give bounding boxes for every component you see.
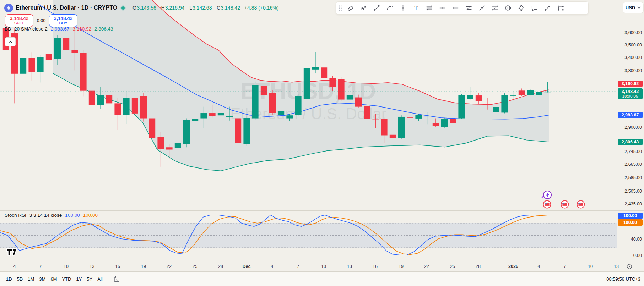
candle-body	[192, 119, 198, 121]
trend-line-icon	[373, 4, 380, 12]
price-axis-label: 2,745.00	[617, 149, 642, 154]
candle-body	[407, 117, 413, 118]
toolbar-tool-trend-line[interactable]	[370, 3, 383, 13]
bb-params: 20 SMA close 2	[14, 26, 48, 32]
tradingview-logo[interactable]	[6, 247, 18, 257]
range-button-1y[interactable]: 1Y	[74, 275, 84, 284]
candle-body	[484, 104, 491, 105]
buy-button[interactable]: 3,148.42 BUY	[49, 14, 77, 27]
economic-event-us-flag-icon[interactable]	[561, 200, 569, 209]
toolbar-tool-flat-channel[interactable]	[488, 3, 502, 13]
candle-body	[278, 111, 284, 115]
candle-body	[536, 92, 542, 95]
currency-toggle-button[interactable]: USD	[623, 2, 644, 13]
range-button-5y[interactable]: 5Y	[84, 275, 95, 284]
candle-body	[304, 68, 310, 99]
time-axis-label: 4	[13, 264, 16, 269]
disjoint-lines-icon	[478, 4, 486, 12]
economic-event-us-flag-icon[interactable]	[543, 200, 551, 209]
clock-timezone[interactable]: 08:59:56 UTC+3	[606, 276, 640, 282]
time-axis-label: 7	[564, 264, 566, 269]
candle-body	[226, 116, 233, 117]
toolbar-drag-handle-icon[interactable]	[338, 5, 343, 12]
market-status-icon[interactable]	[121, 6, 125, 10]
range-button-1m[interactable]: 1M	[25, 275, 37, 284]
toolbar-tool-vertical-line[interactable]	[396, 3, 410, 13]
candle-body	[97, 95, 104, 105]
time-axis-label: 22	[167, 264, 172, 269]
range-button-ytd[interactable]: YTD	[59, 275, 74, 284]
toolbar-tool-circle[interactable]	[502, 3, 515, 13]
candle-body	[329, 78, 336, 87]
price-axis-label: 2,900.00	[617, 125, 642, 130]
toolbar-tool-comment[interactable]	[528, 3, 541, 13]
axis-settings-icon[interactable]	[626, 263, 633, 270]
candle-body	[46, 54, 52, 60]
range-button-1d[interactable]: 1D	[4, 275, 15, 284]
sell-button[interactable]: 3,148.42 SELL	[5, 14, 33, 27]
candle-body	[312, 67, 319, 69]
range-buttons: 1D5D1M3M6MYTD1Y5YAll	[4, 275, 105, 284]
toolbar-tool-arrow-marker[interactable]	[541, 3, 554, 13]
toolbar-tool-brush[interactable]	[383, 3, 396, 13]
stoch-pane[interactable]	[0, 215, 617, 255]
go-to-date-button[interactable]	[111, 275, 122, 284]
toolbar-tool-eraser[interactable]	[344, 3, 357, 13]
time-axis-label: 13	[347, 264, 352, 269]
toolbar-tool-polyline[interactable]	[357, 3, 370, 13]
range-button-6m[interactable]: 6M	[48, 275, 59, 284]
svg-text:T: T	[415, 5, 418, 11]
candle-body	[424, 117, 431, 117]
toolbar-tool-disjoint-lines[interactable]	[475, 3, 488, 13]
time-axis-label: 7	[297, 264, 299, 269]
candle-body	[54, 38, 61, 59]
candle-body	[441, 119, 448, 127]
candle-body	[372, 119, 379, 120]
bb-fill	[53, 0, 549, 171]
candle-body	[80, 53, 87, 91]
drawing-toolbar: T	[336, 1, 589, 15]
legend-collapse-button[interactable]	[5, 37, 16, 46]
time-axis-label: 25	[193, 264, 197, 269]
candle-body	[433, 123, 439, 126]
main-pane[interactable]	[0, 0, 617, 171]
time-axis-label: 10	[321, 264, 326, 269]
bb-upper-value: 3,160.92	[72, 26, 91, 32]
range-button-all[interactable]: All	[95, 275, 105, 284]
chart-canvas[interactable]	[0, 0, 644, 286]
bb-indicator-legend[interactable]: BB 20 SMA close 2 2,983.67 3,160.92 2,80…	[5, 26, 113, 32]
candle-body	[364, 106, 370, 119]
toolbar-tool-horizontal-ray[interactable]	[449, 3, 462, 13]
footer-toolbar: 1D5D1M3M6MYTD1Y5YAll 08:59:56 UTC+3	[0, 271, 644, 286]
eraser-icon	[347, 4, 354, 12]
toolbar-tool-rotated-rectangle[interactable]	[515, 3, 528, 13]
range-button-5d[interactable]: 5D	[15, 275, 26, 284]
pane-divider[interactable]	[0, 210, 644, 211]
close-value: 3,148.42	[221, 5, 240, 11]
time-axis-label: 10	[64, 264, 69, 269]
toolbar-tool-horizontal-line[interactable]	[436, 3, 449, 13]
comment-icon	[531, 4, 538, 12]
candle-body	[71, 50, 78, 53]
stoch-axis-label: 0.00	[617, 253, 642, 258]
candle-body	[347, 95, 353, 100]
toolbar-tool-text[interactable]: T	[410, 3, 423, 13]
toolbar-tool-horizontal-lines[interactable]	[423, 3, 436, 13]
stoch-axis-label: 40.00	[617, 237, 642, 242]
range-button-3m[interactable]: 3M	[37, 275, 48, 284]
rectangle-icon	[557, 4, 564, 12]
toolbar-tool-parallel-channel[interactable]	[462, 3, 475, 13]
candle-body	[295, 96, 302, 115]
candle-body	[381, 119, 388, 135]
symbol-title[interactable]: Ethereum / U.S. Dollar · 1D · CRYPTO	[16, 5, 117, 11]
economic-event-us-flag-icon[interactable]	[577, 200, 585, 209]
time-axis-label: 16	[115, 264, 120, 269]
candle-body	[493, 107, 499, 112]
toolbar-tool-rectangle[interactable]	[554, 3, 567, 13]
stoch-k-value: 100.00	[65, 213, 80, 218]
candle-body	[338, 79, 345, 99]
brush-icon	[386, 4, 394, 12]
stoch-rsi-legend[interactable]: Stoch RSI 3 3 14 14 close 100.00 100.00	[5, 213, 98, 218]
low-value: 3,142.68	[193, 5, 212, 11]
time-axis-label: 4	[271, 264, 274, 269]
